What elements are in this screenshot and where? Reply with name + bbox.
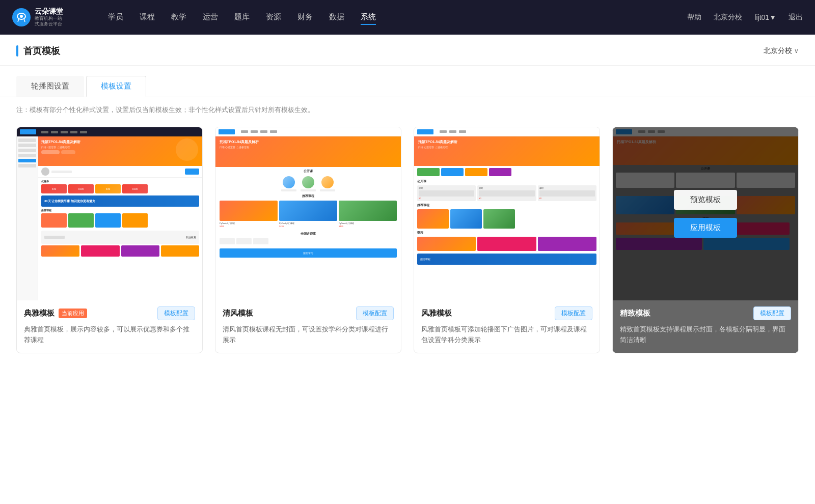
template-name-left-fengya: 风雅模板 — [421, 309, 452, 318]
template-name-row: 典雅模板 当前应用 模板配置 — [24, 306, 195, 320]
btn-apply-jingzhi[interactable]: 应用模板 — [674, 218, 737, 238]
template-name-row-fengya: 风雅模板 模板配置 — [421, 306, 592, 320]
template-overlay-jingzhi: 预览模板 应用模板 — [613, 127, 798, 300]
page-title-bar — [16, 45, 18, 57]
template-preview-dianyan: 托福TPO1-54真题及解析 口语 ○选定答 △进级定程 — [17, 127, 202, 300]
template-name-left-jingzhi: 精致模板 — [620, 309, 650, 318]
template-card-fengya[interactable]: 托福TPO1-54真题及解析 口语 心选定答 △进极定程 公开课 — [414, 127, 600, 353]
nav-item-system[interactable]: 系统 — [361, 10, 376, 25]
note-area: 注：模板有部分个性化样式设置，设置后仅当前模板生效；非个性化样式设置后只针对所有… — [0, 97, 815, 123]
template-desc-fengya: 风雅首页模板可添加轮播图下广告图片，可对课程及课程包设置学科分类展示 — [421, 324, 592, 346]
template-preview-qingfeng: 托福TPO1-54真题及解析 口语 心选定答 △进极定程 公开课 — [215, 127, 401, 300]
svg-line-3 — [24, 19, 25, 22]
template-preview-fengya: 托福TPO1-54真题及解析 口语 心选定答 △进极定程 公开课 — [414, 127, 600, 300]
nav-item-questions[interactable]: 题库 — [234, 10, 250, 25]
nav-item-resources[interactable]: 资源 — [266, 10, 281, 25]
template-footer-jingzhi: 精致模板 模板配置 精致首页模板支持课程展示封面，各模板分隔明显，界面简洁清晰 — [613, 300, 798, 353]
template-desc-dianyan: 典雅首页模板，展示内容较多，可以展示优惠券和多个推荐课程 — [24, 324, 195, 346]
template-desc-qingfeng: 清风首页模板课程无封面，可设置按学科分类对课程进行展示 — [223, 324, 394, 346]
nav-user[interactable]: lijt01▼ — [754, 13, 776, 21]
page-content: 首页模板 北京分校 ∨ 轮播图设置 模板设置 注：模板有部分个性化样式设置，设置… — [0, 35, 815, 504]
template-footer-dianyan: 典雅模板 当前应用 模板配置 典雅首页模板，展示内容较多，可以展示优惠券和多个推… — [17, 300, 202, 353]
branch-selector-text: 北京分校 — [764, 46, 792, 55]
template-desc-jingzhi: 精致首页模板支持课程展示封面，各模板分隔明显，界面简洁清晰 — [620, 324, 791, 346]
branch-selector[interactable]: 北京分校 ∨ — [764, 46, 799, 55]
nav-right: 帮助 北京分校 lijt01▼ 退出 — [687, 13, 803, 22]
nav-item-students[interactable]: 学员 — [108, 10, 123, 25]
nav-item-courses[interactable]: 课程 — [140, 10, 155, 25]
template-preview-jingzhi: 托福TPO1-54真题及解析 公开课 推荐课程 — [613, 127, 798, 300]
btn-template-config-fengya[interactable]: 模板配置 — [555, 306, 592, 320]
nav-help[interactable]: 帮助 — [687, 13, 701, 22]
page-title-wrap: 首页模板 — [16, 45, 60, 57]
tab-carousel[interactable]: 轮播图设置 — [16, 76, 84, 97]
btn-template-config-jingzhi[interactable]: 模板配置 — [753, 306, 791, 320]
nav-logout[interactable]: 退出 — [789, 13, 803, 22]
template-name-row-jingzhi: 精致模板 模板配置 — [620, 306, 791, 320]
template-grid: 托福TPO1-54真题及解析 口语 ○选定答 △进级定程 — [0, 123, 815, 374]
template-name-row-qingfeng: 清风模板 模板配置 — [223, 306, 394, 320]
logo: 云朵课堂 教育机构一站式服务云平台 — [12, 7, 84, 27]
nav-items: 学员 课程 教学 运营 题库 资源 财务 数据 系统 — [108, 10, 687, 25]
chevron-down-icon: ∨ — [794, 47, 799, 54]
note-text: 注：模板有部分个性化样式设置，设置后仅当前模板生效；非个性化样式设置后只针对所有… — [16, 106, 314, 114]
template-card-jingzhi[interactable]: 托福TPO1-54真题及解析 公开课 推荐课程 — [612, 127, 799, 353]
logo-text: 云朵课堂 教育机构一站式服务云平台 — [35, 7, 63, 27]
btn-template-config-dianyan[interactable]: 模板配置 — [157, 306, 195, 320]
tabs-area: 轮播图设置 模板设置 — [0, 66, 815, 97]
template-name-fengya: 风雅模板 — [421, 309, 452, 318]
template-name-jingzhi: 精致模板 — [620, 309, 650, 318]
page-title: 首页模板 — [23, 45, 60, 57]
template-name-left-qingfeng: 清风模板 — [223, 309, 253, 318]
nav-item-operations[interactable]: 运营 — [203, 10, 218, 25]
nav-item-teaching[interactable]: 教学 — [171, 10, 186, 25]
svg-point-1 — [20, 15, 23, 18]
logo-icon — [12, 8, 31, 26]
nav-branch[interactable]: 北京分校 — [714, 13, 742, 22]
top-navigation: 云朵课堂 教育机构一站式服务云平台 学员 课程 教学 运营 题库 资源 财务 数… — [0, 0, 815, 35]
tab-template[interactable]: 模板设置 — [86, 76, 146, 97]
template-card-qingfeng[interactable]: 托福TPO1-54真题及解析 口语 心选定答 △进极定程 公开课 — [215, 127, 401, 353]
nav-item-finance[interactable]: 财务 — [297, 10, 313, 25]
nav-item-data[interactable]: 数据 — [329, 10, 344, 25]
btn-template-config-qingfeng[interactable]: 模板配置 — [356, 306, 394, 320]
template-name-left: 典雅模板 当前应用 — [24, 309, 87, 318]
badge-current: 当前应用 — [59, 309, 87, 318]
page-header: 首页模板 北京分校 ∨ — [0, 35, 815, 66]
template-name-qingfeng: 清风模板 — [223, 309, 253, 318]
template-footer-fengya: 风雅模板 模板配置 风雅首页模板可添加轮播图下广告图片，可对课程及课程包设置学科… — [414, 300, 600, 353]
template-card-dianyan[interactable]: 托福TPO1-54真题及解析 口语 ○选定答 △进级定程 — [16, 127, 203, 353]
template-name: 典雅模板 — [24, 309, 55, 318]
template-footer-qingfeng: 清风模板 模板配置 清风首页模板课程无封面，可设置按学科分类对课程进行展示 — [215, 300, 401, 353]
svg-line-2 — [18, 19, 19, 22]
btn-preview-jingzhi[interactable]: 预览模板 — [674, 190, 737, 210]
